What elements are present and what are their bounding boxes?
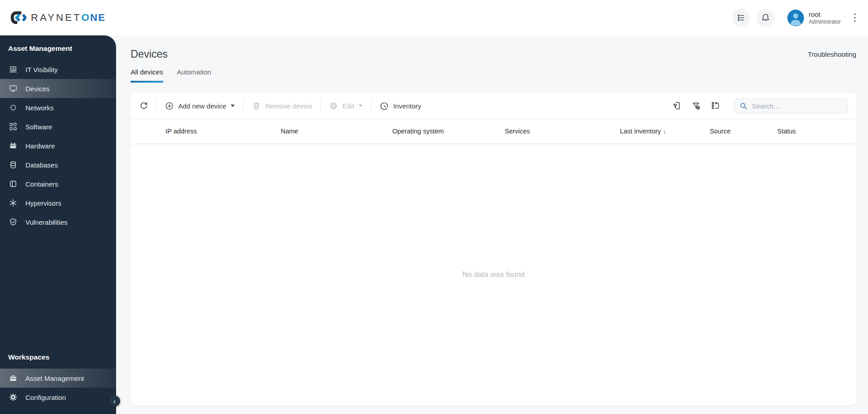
notifications-button[interactable]: [756, 9, 775, 27]
caret-down-icon: [230, 104, 235, 107]
refresh-icon: [139, 101, 149, 111]
sidebar-section-title: Asset Management: [0, 44, 116, 53]
sidebar-item-containers[interactable]: Containers: [0, 174, 116, 193]
user-menu[interactable]: root Administrator: [787, 10, 841, 26]
search-icon: [739, 102, 748, 110]
workspaces-title: Workspaces: [0, 353, 116, 361]
task-list-button[interactable]: [732, 9, 750, 27]
sidebar-item-label: Hypervisors: [25, 199, 61, 207]
filter-settings-button[interactable]: [672, 101, 682, 111]
tab-automation[interactable]: Automation: [177, 68, 211, 83]
container-icon: [8, 179, 18, 188]
search-input[interactable]: [752, 102, 843, 110]
app-logo[interactable]: RAYNETONE: [8, 9, 106, 27]
gauge-icon: [380, 101, 389, 111]
sidebar-item-vulnerabilities[interactable]: Vulnerabilities: [0, 212, 116, 232]
sidebar-workspaces: Workspaces Asset Management: [0, 353, 116, 414]
sidebar-item-label: Containers: [25, 180, 59, 188]
column-header-name[interactable]: Name: [281, 128, 392, 135]
user-name: root: [809, 10, 841, 18]
remove-device-button[interactable]: Remove device: [251, 101, 313, 111]
sidebar-collapse-button[interactable]: ‹: [109, 395, 120, 407]
devices-card: Add new device Remove device: [131, 93, 856, 405]
workspace-item-asset-management[interactable]: Asset Management: [0, 369, 116, 388]
gear-edit-icon: [329, 101, 338, 111]
sidebar: Asset Management IT Visibility: [0, 35, 116, 414]
table-body: No data was found: [131, 143, 856, 405]
toolbar-divider: [243, 100, 244, 112]
database-icon: [8, 160, 18, 169]
column-chooser-icon: [711, 101, 721, 111]
network-icon: [8, 103, 18, 112]
column-header-source[interactable]: Source: [710, 128, 777, 135]
user-info: root Administrator: [809, 10, 841, 25]
workspace-item-label: Configuration: [25, 394, 66, 401]
plus-circle-icon: [165, 101, 174, 111]
briefcase-icon: [8, 374, 18, 383]
logo-wordmark: RAYNETONE: [31, 12, 106, 24]
toolbar-right: [672, 99, 848, 113]
refresh-button[interactable]: [139, 101, 149, 111]
sidebar-item-devices[interactable]: Devices: [0, 79, 116, 98]
inventory-button[interactable]: Inventory: [379, 101, 422, 111]
workspace-item-configuration[interactable]: Configuration: [0, 388, 116, 407]
avatar: [787, 10, 804, 26]
column-chooser-button[interactable]: [711, 101, 721, 111]
collapse-chevron-icon: ‹: [113, 398, 116, 404]
troubleshooting-link[interactable]: Troubleshooting: [808, 50, 856, 58]
remove-device-label: Remove device: [265, 102, 312, 110]
tab-bar: All devices Automation: [131, 68, 856, 83]
search-box: [734, 99, 848, 113]
sidebar-item-it-visibility[interactable]: IT Visibility: [0, 60, 116, 79]
sidebar-item-label: Software: [25, 123, 52, 131]
inventory-label: Inventory: [393, 102, 421, 110]
column-header-status[interactable]: Status: [777, 128, 847, 135]
workspace-item-label: Asset Management: [25, 375, 84, 382]
sidebar-item-label: Vulnerabilities: [25, 218, 68, 226]
sidebar-item-label: Hardware: [25, 142, 55, 150]
user-avatar-icon: [787, 10, 804, 26]
toolbar: Add new device Remove device: [131, 93, 856, 119]
column-header-operating-system[interactable]: Operating system: [392, 128, 505, 135]
column-header-last-inventory[interactable]: Last inventory ↓: [620, 128, 710, 135]
hypervisor-hub-icon: [8, 198, 18, 207]
sidebar-item-networks[interactable]: Networks: [0, 98, 116, 117]
edit-label: Edit: [342, 102, 354, 110]
main-content: Devices Troubleshooting All devices Auto…: [116, 35, 868, 414]
empty-state-message: No data was found: [131, 270, 856, 279]
sidebar-spacer: [0, 232, 116, 353]
toolbar-divider: [371, 100, 371, 112]
clear-filter-icon: [691, 101, 701, 111]
sidebar-item-hardware[interactable]: Hardware: [0, 136, 116, 155]
sidebar-item-databases[interactable]: Databases: [0, 155, 116, 174]
kebab-menu-button[interactable]: [852, 11, 858, 25]
page-title: Devices: [131, 48, 168, 60]
trash-icon: [252, 101, 261, 111]
add-new-device-button[interactable]: Add new device: [164, 101, 236, 111]
topbar-actions: root Administrator: [732, 9, 858, 27]
user-role: Administrator: [809, 19, 841, 25]
sort-desc-icon: ↓: [663, 128, 666, 135]
sidebar-item-label: Databases: [25, 161, 58, 169]
tab-all-devices[interactable]: All devices: [131, 68, 163, 83]
kebab-menu-icon: [853, 13, 856, 23]
page-header: Devices Troubleshooting: [131, 48, 856, 60]
raynet-logo-icon: [8, 9, 26, 27]
shield-check-icon: [8, 217, 18, 227]
sidebar-item-software[interactable]: Software: [0, 117, 116, 136]
table-header-row: IP address Name Operating system Service…: [131, 119, 856, 143]
clear-filter-button[interactable]: [691, 101, 701, 111]
laptop-chart-icon: [8, 65, 18, 74]
sidebar-item-hypervisors[interactable]: Hypervisors: [0, 193, 116, 212]
monitor-icon: [8, 84, 18, 93]
column-header-services[interactable]: Services: [505, 128, 620, 135]
checklist-icon: [736, 13, 746, 23]
bell-icon: [761, 13, 770, 23]
edit-button[interactable]: Edit: [328, 101, 364, 111]
toolbar-divider: [320, 100, 321, 112]
filter-document-icon: [672, 101, 682, 111]
column-header-ip-address[interactable]: IP address: [166, 128, 281, 135]
add-new-device-label: Add new device: [178, 102, 226, 110]
software-boxes-icon: [8, 122, 18, 131]
hardware-box-icon: [8, 141, 18, 150]
